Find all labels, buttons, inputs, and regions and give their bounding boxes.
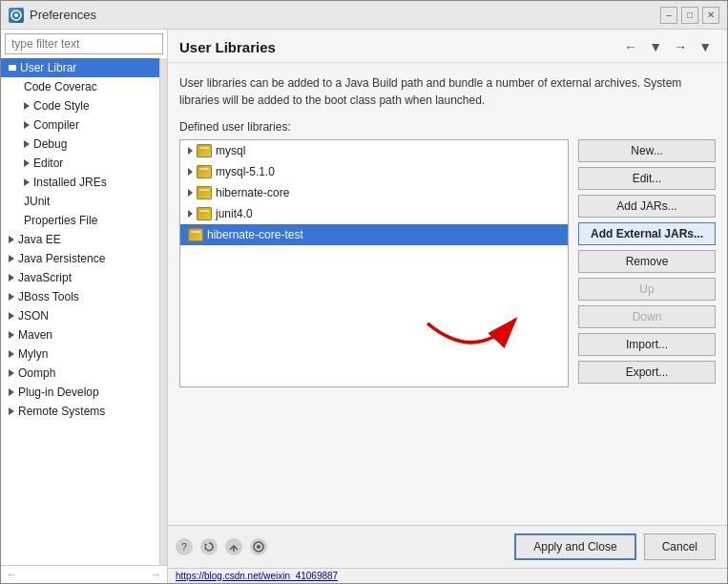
status-bar[interactable]: https://blog.csdn.net/weixin_41069887 [168,568,727,583]
close-button[interactable]: ✕ [702,7,719,24]
sidebar-item-label: Properties File [24,214,97,227]
tree-arrow-icon [9,255,14,262]
sidebar-item-code-coverage[interactable]: Code Coverac [1,77,159,96]
lib-item-mysql-5[interactable]: mysql-5.1.0 [180,161,568,182]
new-button[interactable]: New... [578,139,716,162]
sidebar-item-debug[interactable]: Debug [1,135,159,154]
sidebar-item-oomph[interactable]: Oomph [1,364,159,383]
scroll-right-indicator: → [151,569,161,580]
add-jars-button[interactable]: Add JARs... [578,195,716,218]
settings-button[interactable] [250,538,267,555]
sidebar-item-label: Code Coverac [24,80,97,94]
lib-item-mysql[interactable]: mysql [180,140,568,161]
sidebar-item-remote-systems[interactable]: Remote Systems [1,402,159,421]
tree-arrow-icon [24,178,30,186]
sidebar-item-jboss-tools[interactable]: JBoss Tools [1,287,159,306]
sidebar-item-java-persistence[interactable]: Java Persistence [1,249,159,268]
preferences-window: Preferences – □ ✕ User Librar C [0,0,728,584]
filter-input[interactable] [5,33,163,54]
forward-button[interactable]: → [670,37,691,56]
tree-arrow-icon [24,121,30,129]
sidebar-item-label: Java Persistence [18,252,105,265]
title-bar: Preferences – □ ✕ [1,1,727,30]
sidebar-item-properties-file[interactable]: Properties File [1,211,159,230]
maximize-button[interactable]: □ [681,7,698,24]
section-label: Defined user libraries: [179,120,716,134]
tree-arrow-icon [24,140,30,148]
sidebar-item-user-libraries[interactable]: User Librar [1,58,159,77]
bottom-buttons: Apply and Close Cancel [503,526,727,568]
main-panel-title: User Libraries [179,39,276,55]
sidebar-item-label: Mylyn [18,347,48,361]
svg-point-1 [14,13,18,17]
lib-expand-arrow [188,189,193,197]
edit-button[interactable]: Edit... [578,167,716,190]
sidebar-item-label: Java EE [18,233,61,246]
lib-jar-icon [188,228,203,241]
sidebar-item-javascript[interactable]: JavaScript [1,268,159,287]
sidebar-item-editor[interactable]: Editor [1,154,159,173]
preferences-icon [9,8,24,23]
lib-item-junit4[interactable]: junit4.0 [180,203,568,224]
tree-arrow-icon [9,312,14,320]
import-button[interactable]: Import... [578,333,716,356]
cancel-button[interactable]: Cancel [644,533,716,560]
tree-arrow-icon [9,350,14,358]
tree-arrow-icon [24,102,30,110]
content-area: User Librar Code Coverac Code Style Com [1,30,727,583]
sidebar-item-label: Maven [18,328,52,342]
main-header: User Libraries ← ▼ → ▼ [168,30,727,63]
sidebar-item-label: Plug-in Develop [18,386,99,399]
lib-item-name: hibernate-core-test [207,228,303,241]
sidebar-item-junit[interactable]: JUnit [1,192,159,211]
sidebar-item-label: Debug [33,137,67,151]
back-button[interactable]: ← [620,37,641,56]
sidebar-item-label: Code Style [33,99,90,113]
apply-close-button[interactable]: Apply and Close [514,533,635,560]
lib-item-name: junit4.0 [216,207,253,220]
sidebar-item-label: JUnit [24,195,50,208]
sidebar-item-java-ee[interactable]: Java EE [1,230,159,249]
down-button[interactable]: Down [578,305,716,328]
sidebar-item-code-style[interactable]: Code Style [1,96,159,115]
sidebar-item-json[interactable]: JSON [1,306,159,325]
window-title: Preferences [30,8,96,22]
sidebar: User Librar Code Coverac Code Style Com [1,30,168,583]
add-external-jars-button[interactable]: Add External JARs... [578,222,716,245]
sidebar-item-installed-jres[interactable]: Installed JREs [1,173,159,192]
libraries-panel-wrapper: mysql mysql-5.1.0 [179,139,716,387]
sidebar-scrollbar[interactable] [159,58,167,565]
help-button[interactable]: ? [176,538,193,555]
description-text: User libraries can be added to a Java Bu… [179,74,716,109]
back-dropdown-button[interactable]: ▼ [645,37,666,56]
remove-button[interactable]: Remove [578,250,716,273]
export-prefs-button[interactable] [225,538,242,555]
library-list[interactable]: mysql mysql-5.1.0 [179,139,569,387]
sidebar-item-label: JavaScript [18,271,72,284]
tree-scroll-inner[interactable]: User Librar Code Coverac Code Style Com [1,58,159,565]
title-controls: – □ ✕ [660,7,719,24]
minimize-button[interactable]: – [660,7,677,24]
sidebar-item-label: Remote Systems [18,405,105,418]
forward-dropdown-button[interactable]: ▼ [695,37,716,56]
lib-jar-icon [197,144,212,157]
lib-item-name: hibernate-core [216,186,289,199]
scroll-left-indicator: ← [7,569,17,580]
main-body: User libraries can be added to a Java Bu… [168,63,727,525]
sidebar-item-compiler[interactable]: Compiler [1,115,159,135]
sidebar-item-label: Oomph [18,366,55,380]
sidebar-item-maven[interactable]: Maven [1,325,159,344]
lib-expand-arrow [188,168,193,176]
action-buttons: New... Edit... Add JARs... Add External … [578,139,716,387]
tree-arrow-icon [9,274,14,282]
sidebar-item-mylyn[interactable]: Mylyn [1,344,159,364]
tree-arrow-icon [9,407,14,415]
restore-defaults-button[interactable] [200,538,218,555]
svg-marker-3 [204,544,207,547]
libraries-panel: mysql mysql-5.1.0 [179,139,716,387]
up-button[interactable]: Up [578,278,716,301]
sidebar-item-plug-in-develop[interactable]: Plug-in Develop [1,383,159,402]
export-button[interactable]: Export... [578,361,716,384]
lib-item-hibernate-core-test[interactable]: hibernate-core-test [180,224,568,245]
lib-item-hibernate-core[interactable]: hibernate-core [180,182,568,203]
